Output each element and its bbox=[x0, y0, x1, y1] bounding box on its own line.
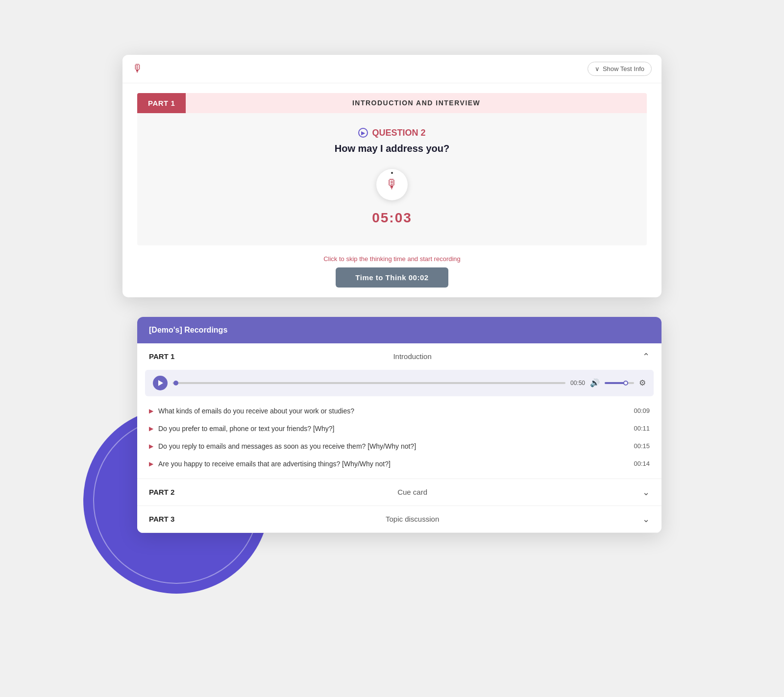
item-play-icon-4: ▶ bbox=[149, 460, 153, 467]
section-part1-label: PART 1 bbox=[149, 352, 174, 361]
skip-hint: Click to skip the thinking time and star… bbox=[137, 255, 647, 263]
section-header-part1[interactable]: PART 1 Introduction ⌃ bbox=[137, 343, 662, 370]
item-text-3: Do you reply to emails and messages as s… bbox=[158, 442, 629, 450]
item-play-icon-2: ▶ bbox=[149, 425, 153, 432]
section-header-part2[interactable]: PART 2 Cue card ⌄ bbox=[137, 479, 662, 505]
part-label: PART 1 bbox=[137, 93, 186, 113]
volume-fill bbox=[605, 382, 625, 384]
recording-item[interactable]: ▶ Do you reply to emails and messages as… bbox=[137, 437, 662, 455]
item-text-1: What kinds of emails do you receive abou… bbox=[158, 407, 629, 415]
audio-progress-dot bbox=[173, 381, 178, 385]
quiz-card: 🎙 ∨ Show Test Info PART 1 INTRODUCTION A… bbox=[122, 55, 662, 297]
item-time-3: 00:15 bbox=[634, 442, 650, 450]
section-part1-name: Introduction bbox=[393, 352, 431, 361]
recording-item[interactable]: ▶ What kinds of emails do you receive ab… bbox=[137, 402, 662, 420]
item-time-4: 00:14 bbox=[634, 460, 650, 467]
volume-icon: 🔊 bbox=[590, 378, 600, 387]
recordings-panel: [Demo's] Recordings PART 1 Introduction … bbox=[137, 317, 662, 533]
volume-dot bbox=[623, 381, 628, 385]
play-question-icon[interactable]: ▶ bbox=[358, 128, 368, 138]
audio-time: 00:50 bbox=[570, 380, 585, 386]
part-title: INTRODUCTION AND INTERVIEW bbox=[186, 93, 647, 113]
question-number-label: QUESTION 2 bbox=[372, 128, 425, 138]
item-time-2: 00:11 bbox=[634, 425, 650, 432]
recordings-section-part3: PART 3 Topic discussion ⌄ bbox=[137, 506, 662, 533]
item-play-icon-3: ▶ bbox=[149, 443, 153, 450]
item-text-4: Are you happy to receive emails that are… bbox=[158, 460, 629, 468]
timer-display: 05:03 bbox=[157, 210, 627, 226]
mic-icon-main: 🎙 bbox=[386, 177, 398, 192]
item-time-1: 00:09 bbox=[634, 407, 650, 414]
chevron-up-icon: ⌃ bbox=[642, 351, 650, 362]
think-button[interactable]: Time to Think 00:02 bbox=[336, 267, 448, 288]
part-header: PART 1 INTRODUCTION AND INTERVIEW bbox=[137, 93, 647, 113]
chevron-down-icon-part2: ⌄ bbox=[642, 487, 650, 498]
recordings-section-part2: PART 2 Cue card ⌄ bbox=[137, 479, 662, 506]
section-part3-label: PART 3 bbox=[149, 515, 174, 523]
item-play-icon-1: ▶ bbox=[149, 408, 153, 414]
volume-bar[interactable] bbox=[605, 382, 634, 384]
audio-player: 00:50 🔊 ⚙ bbox=[145, 370, 654, 396]
mic-circle[interactable]: 🎙 bbox=[376, 169, 408, 200]
question-area: ▶ QUESTION 2 How may I address you? 🎙 05… bbox=[137, 113, 647, 245]
item-text-2: Do you prefer to email, phone or text yo… bbox=[158, 425, 629, 433]
audio-progress-bar[interactable] bbox=[172, 382, 565, 384]
section-part2-label: PART 2 bbox=[149, 488, 174, 496]
audio-play-button[interactable] bbox=[153, 376, 168, 390]
mic-icon-header: 🎙 bbox=[132, 62, 143, 75]
question-number: ▶ QUESTION 2 bbox=[157, 128, 627, 138]
recordings-section-part1: PART 1 Introduction ⌃ 00:50 🔊 ⚙ bbox=[137, 343, 662, 479]
recordings-header: [Demo's] Recordings bbox=[137, 317, 662, 343]
chevron-down-icon: ∨ bbox=[595, 65, 600, 72]
gear-icon[interactable]: ⚙ bbox=[639, 378, 646, 387]
section-part2-name: Cue card bbox=[397, 488, 427, 496]
chevron-down-icon-part3: ⌄ bbox=[642, 514, 650, 525]
recording-item[interactable]: ▶ Are you happy to receive emails that a… bbox=[137, 455, 662, 473]
question-text: How may I address you? bbox=[157, 143, 627, 154]
section-header-part3[interactable]: PART 3 Topic discussion ⌄ bbox=[137, 506, 662, 532]
top-bar: 🎙 ∨ Show Test Info bbox=[122, 55, 662, 83]
show-test-info-label: Show Test Info bbox=[603, 65, 644, 72]
recording-items: ▶ What kinds of emails do you receive ab… bbox=[137, 400, 662, 479]
section-part3-name: Topic discussion bbox=[386, 515, 439, 523]
recording-item[interactable]: ▶ Do you prefer to email, phone or text … bbox=[137, 420, 662, 437]
skip-area: Click to skip the thinking time and star… bbox=[122, 255, 662, 297]
show-test-info-button[interactable]: ∨ Show Test Info bbox=[588, 62, 652, 76]
